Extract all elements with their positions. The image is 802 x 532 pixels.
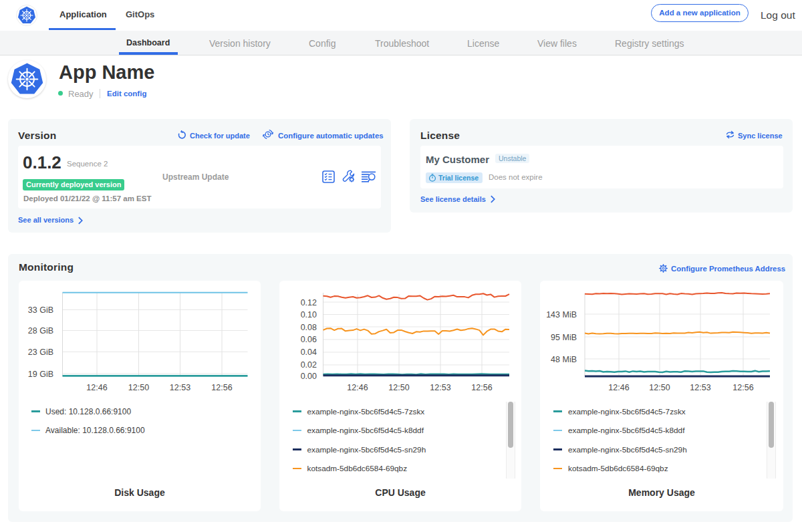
svg-text:12:46: 12:46 (347, 383, 368, 392)
svg-text:143 MiB: 143 MiB (546, 310, 577, 319)
svg-text:12:46: 12:46 (86, 383, 107, 392)
svg-text:28 GiB: 28 GiB (28, 326, 53, 336)
svg-text:12:56: 12:56 (471, 383, 492, 392)
svg-text:0.12: 0.12 (301, 298, 317, 307)
svg-text:12:53: 12:53 (430, 383, 450, 392)
svg-text:12:56: 12:56 (732, 383, 753, 392)
svg-text:0.00: 0.00 (301, 372, 317, 381)
svg-text:0.10: 0.10 (301, 310, 317, 319)
svg-text:12:53: 12:53 (170, 383, 190, 392)
svg-text:12:53: 12:53 (690, 383, 710, 392)
svg-text:48 MiB: 48 MiB (551, 355, 577, 364)
svg-text:95 MiB: 95 MiB (551, 333, 577, 342)
svg-text:12:56: 12:56 (211, 383, 232, 392)
svg-text:33 GiB: 33 GiB (28, 305, 53, 315)
svg-text:12:50: 12:50 (649, 383, 670, 392)
svg-text:12:46: 12:46 (608, 383, 629, 392)
svg-text:0.02: 0.02 (301, 360, 317, 370)
svg-text:23 GiB: 23 GiB (28, 348, 53, 357)
svg-text:12:50: 12:50 (128, 383, 149, 392)
svg-text:0.04: 0.04 (301, 348, 317, 357)
svg-text:12:50: 12:50 (388, 383, 409, 392)
svg-text:0.06: 0.06 (301, 335, 317, 344)
svg-text:19 GiB: 19 GiB (28, 370, 53, 379)
svg-text:0.08: 0.08 (301, 323, 317, 332)
